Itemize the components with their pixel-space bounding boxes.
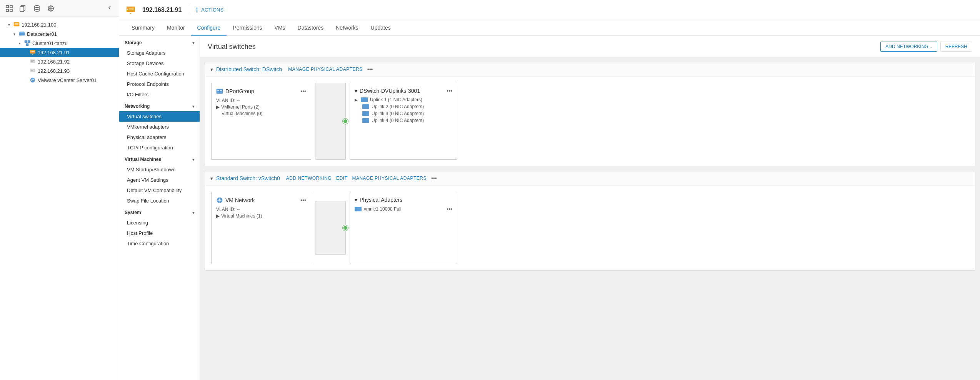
- nav-section-system-header[interactable]: System ▾: [119, 206, 200, 218]
- tab-configure[interactable]: Configure: [191, 20, 227, 36]
- svg-rect-42: [220, 92, 222, 92]
- sidebar-item-physical-adapters[interactable]: Physical adapters: [119, 132, 200, 142]
- tree-item-vcenterserver[interactable]: VC VMware vCenter Server01: [0, 75, 119, 85]
- sidebar-item-protocol-endpoints[interactable]: Protocol Endpoints: [119, 79, 200, 89]
- svg-rect-38: [217, 89, 223, 94]
- vm-icon-host3: [29, 67, 36, 74]
- svg-rect-21: [32, 51, 35, 52]
- svg-point-36: [197, 9, 198, 10]
- tree-item-host3[interactable]: 192.168.21.93: [0, 66, 119, 75]
- sidebar-item-host-cache-config[interactable]: Host Cache Configuration: [119, 69, 200, 79]
- standard-switch-header: ▾ Standard Switch: vSwitch0 ADD NETWORKI…: [205, 171, 975, 186]
- refresh-button[interactable]: REFRESH: [940, 42, 972, 52]
- expand-arrow-icon: ▶: [216, 104, 220, 110]
- standard-switch-title[interactable]: Standard Switch: vSwitch0: [216, 175, 280, 181]
- svg-rect-18: [26, 44, 28, 46]
- chevron-down-icon-vm: ▾: [192, 157, 194, 162]
- dportgroup-more-button[interactable]: •••: [300, 88, 306, 94]
- svg-rect-0: [6, 5, 8, 8]
- sidebar-item-host-profile[interactable]: Host Profile: [119, 228, 200, 238]
- svg-rect-13: [15, 24, 18, 25]
- grid-icon[interactable]: [5, 4, 14, 13]
- add-networking-button[interactable]: ADD NETWORKING...: [880, 42, 937, 52]
- standard-switch-connector: [311, 192, 350, 264]
- chevron-dvuplinks-icon: ▾: [355, 88, 357, 94]
- uplink-1-arrow-icon[interactable]: ▶: [355, 98, 358, 102]
- sidebar-item-vmkernel-adapters[interactable]: VMkernel adapters: [119, 122, 200, 132]
- standard-switch-more-button[interactable]: •••: [431, 175, 437, 181]
- manage-physical-adapters-distributed-button[interactable]: MANAGE PHYSICAL ADAPTERS: [288, 67, 363, 72]
- dportgroup-virtual-machines: Virtual Machines (0): [216, 111, 306, 116]
- vm-network-vlan: VLAN ID: --: [216, 207, 306, 212]
- svg-rect-17: [28, 40, 30, 43]
- header-divider: [188, 5, 188, 15]
- sidebar-item-storage-devices[interactable]: Storage Devices: [119, 58, 200, 69]
- sidebar-item-default-vm-compat[interactable]: Default VM Compatibility: [119, 185, 200, 196]
- distributed-switch-title[interactable]: Distributed Switch: DSwitch: [216, 66, 282, 72]
- svg-rect-39: [217, 90, 219, 91]
- tree-item-host1[interactable]: 192.168.21.91: [0, 48, 119, 57]
- tab-permissions[interactable]: Permissions: [227, 20, 268, 36]
- vm-network-more-button[interactable]: •••: [300, 197, 306, 203]
- sidebar-item-swap-file[interactable]: Swap File Location: [119, 196, 200, 206]
- tab-monitor[interactable]: Monitor: [161, 20, 191, 36]
- tab-updates[interactable]: Updates: [365, 20, 397, 36]
- sidebar-item-time-configuration[interactable]: Time Configuration: [119, 238, 200, 249]
- tree-label-datacenter: Datacenter01: [27, 31, 57, 37]
- dvuplinks-more-button[interactable]: •••: [447, 88, 452, 94]
- svg-point-34: [130, 13, 132, 14]
- vcenter-server-icon: VC: [29, 77, 36, 84]
- sidebar-item-vm-startup[interactable]: VM Startup/Shutdown: [119, 164, 200, 175]
- sidebar-item-storage-adapters[interactable]: Storage Adapters: [119, 48, 200, 58]
- actions-button[interactable]: ACTIONS: [194, 7, 223, 13]
- nav-section-system: System ▾ Licensing Host Profile Time Con…: [119, 206, 200, 249]
- uplink-item-3: Uplink 3 (0 NIC Adapters): [355, 111, 452, 116]
- tab-vms[interactable]: VMs: [268, 20, 292, 36]
- dportgroup-vmkernel-expand[interactable]: ▶ VMkernel Ports (2): [216, 104, 306, 110]
- dvuplinks-title: ▾ DSwitch-DVUplinks-3001: [355, 88, 420, 94]
- tree-item-host2[interactable]: 192.168.21.92: [0, 57, 119, 66]
- vcenter-root-icon: [13, 21, 20, 28]
- distributed-switch-collapse[interactable]: ▾: [210, 67, 213, 72]
- phys-adapter-more-button[interactable]: •••: [447, 206, 452, 212]
- tree-item-vcenter[interactable]: ▾ 192.168.21.100: [0, 20, 119, 29]
- add-networking-standard-button[interactable]: ADD NETWORKING: [286, 176, 332, 181]
- tab-networks[interactable]: Networks: [330, 20, 364, 36]
- tree-item-datacenter[interactable]: ▾ Datacenter01: [0, 29, 119, 39]
- standard-switch-collapse[interactable]: ▾: [210, 176, 213, 181]
- distributed-switch-more-button[interactable]: •••: [367, 66, 373, 72]
- tree-label-vcenter: 192.168.21.100: [22, 22, 56, 28]
- uplink-2-icon: [362, 104, 369, 109]
- sidebar-item-virtual-switches[interactable]: Virtual switches: [119, 111, 200, 122]
- svg-rect-2: [6, 9, 8, 12]
- tab-datastores[interactable]: Datastores: [292, 20, 330, 36]
- collapse-sidebar-button[interactable]: [105, 3, 114, 13]
- edit-standard-button[interactable]: EDIT: [336, 176, 347, 181]
- manage-physical-adapters-standard-button[interactable]: MANAGE PHYSICAL ADAPTERS: [352, 176, 427, 181]
- nav-section-networking-header[interactable]: Networking ▾: [119, 100, 200, 111]
- database-icon[interactable]: [32, 4, 42, 13]
- chevron-down-icon-system: ▾: [192, 211, 194, 215]
- sidebar-item-io-filters[interactable]: I/O Filters: [119, 89, 200, 100]
- sidebar-item-tcpip-config[interactable]: TCP/IP configuration: [119, 142, 200, 153]
- tree-toggle-datacenter[interactable]: ▾: [12, 32, 17, 36]
- svg-rect-16: [25, 40, 27, 43]
- tree-toggle-cluster[interactable]: ▾: [17, 41, 22, 45]
- nav-section-vm-header[interactable]: Virtual Machines ▾: [119, 153, 200, 164]
- tree-item-cluster[interactable]: ▾ Cluster01-tanzu: [0, 39, 119, 48]
- phys-adapter-icon: [355, 207, 362, 211]
- uplink-3-icon: [362, 111, 369, 116]
- chevron-down-icon-networking: ▾: [192, 104, 194, 109]
- copy-icon[interactable]: [18, 4, 28, 13]
- vm-network-virtual-machines-expand[interactable]: ▶ Virtual Machines (1): [216, 213, 306, 219]
- sidebar-item-agent-vm[interactable]: Agent VM Settings: [119, 175, 200, 185]
- tabs-bar: Summary Monitor Configure Permissions VM…: [119, 20, 980, 36]
- sidebar-item-licensing[interactable]: Licensing: [119, 218, 200, 228]
- globe-icon[interactable]: [46, 4, 55, 13]
- dportgroup-title: DPortGroup: [216, 88, 254, 95]
- nav-section-storage-header[interactable]: Storage ▾: [119, 36, 200, 48]
- tree-toggle-vcenter[interactable]: ▾: [6, 23, 12, 27]
- panel-title: Virtual switches: [208, 43, 256, 51]
- tree-label-host3: 192.168.21.93: [38, 68, 70, 74]
- tab-summary[interactable]: Summary: [125, 20, 161, 36]
